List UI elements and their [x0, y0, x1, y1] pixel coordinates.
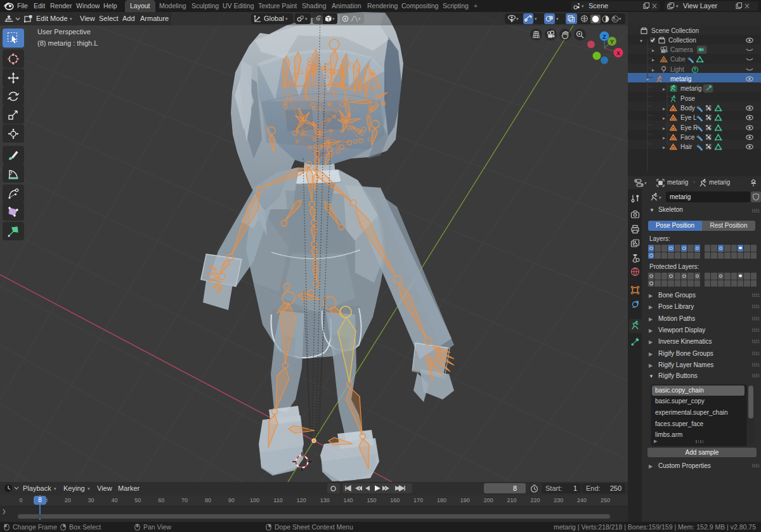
svg-text:X: X — [616, 50, 620, 56]
svg-text:Z: Z — [602, 34, 606, 40]
svg-text:Y: Y — [610, 39, 614, 45]
